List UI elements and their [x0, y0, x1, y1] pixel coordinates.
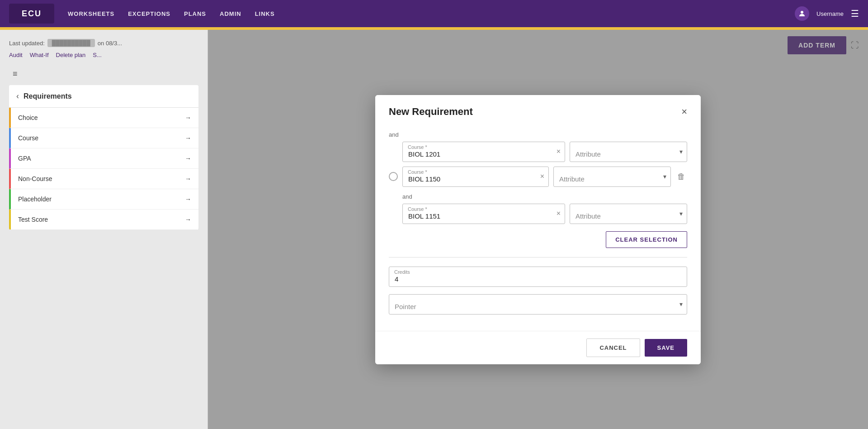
- clear-selection-row: CLEAR SELECTION: [389, 231, 687, 248]
- delete-plan-link[interactable]: Delete plan: [56, 52, 86, 58]
- req-item-placeholder-label: Placeholder: [18, 195, 52, 203]
- delete-row-button-2[interactable]: 🗑: [675, 170, 687, 183]
- clear-selection-button[interactable]: CLEAR SELECTION: [606, 231, 687, 248]
- req-item-course[interactable]: Course →: [9, 128, 198, 148]
- pointer-select[interactable]: Pointer: [389, 294, 687, 315]
- nav-exceptions[interactable]: EXCEPTIONS: [128, 10, 170, 17]
- modal-title: New Requirement: [389, 106, 473, 118]
- menu-hamburger-icon[interactable]: ☰: [851, 8, 859, 19]
- req-item-noncourse-arrow: →: [185, 175, 191, 182]
- attribute-select-2[interactable]: Attribute: [553, 167, 671, 187]
- main-content: Last updated: ██████████ on 08/3... Audi…: [0, 30, 868, 429]
- req-item-testscore-label: Test Score: [18, 216, 48, 223]
- course-input-wrap-2: Course * ×: [402, 167, 549, 187]
- course-input-label-2: Course *: [408, 169, 427, 175]
- nav-admin[interactable]: ADMIN: [220, 10, 241, 17]
- top-navigation: ECU WORKSHEETS EXCEPTIONS PLANS ADMIN LI…: [0, 0, 868, 27]
- req-item-gpa[interactable]: GPA →: [9, 148, 198, 169]
- last-updated-label: Last updated:: [9, 40, 45, 47]
- req-item-noncourse[interactable]: Non-Course →: [9, 169, 198, 189]
- course-clear-button-1[interactable]: ×: [557, 148, 561, 156]
- modal-body: and Course * × Attribute: [375, 125, 701, 331]
- credits-label: Credits: [394, 269, 410, 275]
- req-item-gpa-label: GPA: [18, 155, 31, 162]
- attribute-select-3[interactable]: Attribute: [570, 204, 687, 224]
- whatif-link[interactable]: What-If: [30, 52, 49, 58]
- last-updated: Last updated: ██████████ on 08/3...: [9, 39, 198, 47]
- course-input-wrap-1: Course * ×: [402, 142, 565, 162]
- course-clear-button-3[interactable]: ×: [557, 210, 561, 218]
- req-item-course-label: Course: [18, 134, 38, 142]
- course-input-label-3: Course *: [408, 206, 427, 212]
- other-link[interactable]: S...: [93, 52, 102, 58]
- action-links: Audit What-If Delete plan S...: [9, 52, 198, 58]
- attribute-select-wrap-3: Attribute ▾: [570, 204, 687, 224]
- requirements-back-button[interactable]: ‹: [16, 91, 19, 101]
- req-item-placeholder-arrow: →: [185, 195, 191, 203]
- cancel-button[interactable]: CANCEL: [586, 338, 640, 357]
- requirements-section: ‹ Requirements Choice → Course → GPA → N…: [9, 85, 198, 230]
- last-updated-value: ██████████: [47, 39, 95, 47]
- modal-close-button[interactable]: ×: [681, 107, 687, 117]
- req-item-gpa-arrow: →: [185, 155, 191, 162]
- modal-header: New Requirement ×: [375, 95, 701, 125]
- user-avatar[interactable]: [795, 6, 809, 21]
- credits-field-wrap: Credits: [389, 267, 687, 287]
- attribute-select-wrap-2: Attribute ▾: [553, 167, 671, 187]
- nav-right: Username ☰: [795, 6, 859, 21]
- nav-plans[interactable]: PLANS: [184, 10, 206, 17]
- left-panel: Last updated: ██████████ on 08/3... Audi…: [0, 30, 208, 429]
- right-panel: ADD TERM ⛶ New Requirement × and: [208, 30, 868, 429]
- audit-link[interactable]: Audit: [9, 52, 23, 58]
- username-label: Username: [816, 10, 844, 17]
- panel-toolbar: ≡: [9, 67, 198, 81]
- req-item-noncourse-label: Non-Course: [18, 175, 52, 182]
- course-input-label-1: Course *: [408, 144, 427, 150]
- credits-input[interactable]: [389, 267, 687, 287]
- panel-hamburger-button[interactable]: ≡: [9, 67, 21, 81]
- req-item-choice-label: Choice: [18, 114, 38, 121]
- first-connector-label: and: [389, 131, 687, 138]
- course-row-1: Course * × Attribute ▾: [389, 142, 687, 162]
- nav-links-item[interactable]: LINKS: [255, 10, 275, 17]
- logo: ECU: [9, 4, 54, 24]
- req-item-placeholder[interactable]: Placeholder →: [9, 189, 198, 210]
- last-updated-date: on 08/3...: [98, 40, 122, 47]
- nav-links: WORKSHEETS EXCEPTIONS PLANS ADMIN LINKS: [68, 10, 795, 17]
- req-item-testscore-arrow: →: [185, 216, 191, 223]
- requirements-title: Requirements: [24, 92, 72, 100]
- req-item-choice-arrow: →: [185, 114, 191, 121]
- course-radio-button-2[interactable]: [389, 172, 398, 181]
- divider: [389, 257, 687, 257]
- course-input-wrap-3: Course * ×: [402, 204, 565, 224]
- modal-overlay: New Requirement × and Course * ×: [208, 30, 868, 429]
- nav-worksheets[interactable]: WORKSHEETS: [68, 10, 114, 17]
- svg-point-0: [801, 11, 803, 14]
- course-clear-button-2[interactable]: ×: [540, 172, 544, 181]
- second-connector-label: and: [402, 193, 687, 200]
- requirements-header: ‹ Requirements: [9, 85, 198, 108]
- course-row-3: Course * × Attribute ▾: [389, 204, 687, 224]
- req-item-course-arrow: →: [185, 134, 191, 142]
- logo-text: ECU: [22, 9, 42, 19]
- attribute-select-1[interactable]: Attribute: [570, 142, 687, 162]
- req-item-testscore[interactable]: Test Score →: [9, 210, 198, 230]
- course-row-2: Course * × Attribute ▾ 🗑: [389, 167, 687, 187]
- new-requirement-modal: New Requirement × and Course * ×: [375, 95, 701, 364]
- attribute-select-wrap-1: Attribute ▾: [570, 142, 687, 162]
- pointer-field-wrap: Pointer ▾: [389, 294, 687, 315]
- req-item-choice[interactable]: Choice →: [9, 108, 198, 128]
- modal-footer: CANCEL SAVE: [375, 331, 701, 364]
- save-button[interactable]: SAVE: [645, 339, 687, 357]
- credits-field: Credits: [389, 267, 687, 287]
